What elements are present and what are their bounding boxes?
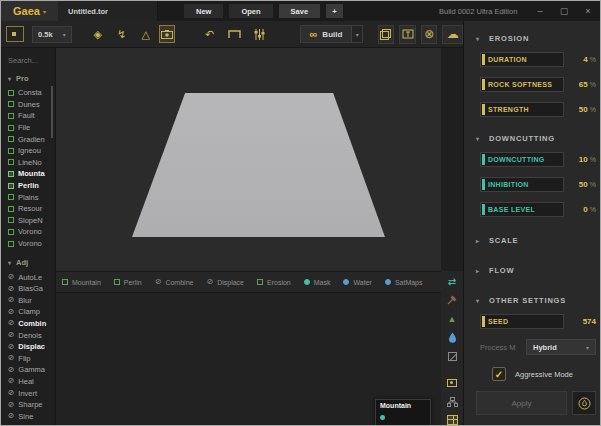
graph-chip-satmaps[interactable]: SatMaps (385, 279, 423, 286)
sidebar-item-fault[interactable]: Fault (1, 110, 55, 122)
sidebar-item-perlin[interactable]: Perlin (1, 180, 55, 192)
sidebar-item-heal[interactable]: ⊘Heal (1, 376, 55, 388)
clamp-icon[interactable] (226, 25, 244, 43)
tools-icon[interactable] (445, 294, 459, 308)
sidebar-item-autole[interactable]: ⊘AutoLe (1, 271, 55, 283)
focus-viewport-icon[interactable] (6, 26, 24, 42)
water-drop-icon[interactable] (445, 331, 459, 345)
viewport-3d[interactable] (56, 48, 441, 271)
graph-chip-combine[interactable]: ⊘Combine (155, 279, 194, 286)
sidebar-item-clamp[interactable]: ⊘Clamp (1, 306, 55, 318)
field-seed[interactable]: SEED574 (480, 314, 596, 329)
document-tab[interactable]: Untitled.tor (58, 1, 158, 21)
graph-node-mountain[interactable]: Mountain (375, 399, 431, 426)
slider-input[interactable]: STRENGTH (480, 102, 564, 117)
sidebar-group-header-pro[interactable]: ▾Pro (8, 74, 55, 83)
sidebar-item-invert[interactable]: ⊘Invert (1, 387, 55, 399)
slider-input[interactable]: SEED (480, 314, 564, 329)
graph-chip-water[interactable]: Water (343, 279, 371, 286)
search-input[interactable]: Search... (8, 56, 55, 65)
sidebar-item-lineno[interactable]: LineNo (1, 157, 55, 169)
geometry-icon[interactable] (445, 350, 459, 364)
slider-input[interactable]: DOWNCUTTING (480, 152, 564, 167)
section-header-other-settings[interactable]: ▾ OTHER SETTINGS (476, 296, 601, 305)
field-base-level[interactable]: BASE LEVEL0% (480, 202, 596, 217)
process-mode-dropdown[interactable]: Hybrid ▾ (526, 339, 596, 355)
toggle-3d-icon[interactable] (378, 25, 395, 44)
cloud-icon[interactable]: ☁ (442, 25, 462, 44)
graph-chip-mask[interactable]: Mask (304, 279, 331, 286)
maximize-button[interactable]: ▢ (552, 1, 576, 21)
build-button[interactable]: ∞ Build (300, 25, 353, 43)
circle-x-icon[interactable]: ⊗ (421, 25, 438, 44)
sidebar-item-plains[interactable]: Plains (1, 191, 55, 203)
equalizer-icon[interactable] (251, 25, 269, 43)
section-title: DOWNCUTTING (489, 134, 555, 143)
slider-input[interactable]: INHIBITION (480, 177, 564, 192)
field-duration[interactable]: DURATION4% (480, 52, 596, 67)
sidebar-item-slopen[interactable]: SlopeN (1, 215, 55, 227)
apply-button[interactable]: Apply (476, 391, 567, 415)
sidebar-item-sine[interactable]: ⊘Sine (1, 410, 55, 422)
pyramid-icon[interactable]: △ (137, 25, 155, 43)
terrain-icon[interactable]: ▲ (445, 312, 459, 326)
slider-input[interactable]: DURATION (480, 52, 564, 67)
sidebar-item-vorono[interactable]: Vorono (1, 238, 55, 250)
pin-droplet-button[interactable] (572, 391, 596, 415)
close-button[interactable]: × (576, 1, 600, 21)
sidebar-item-igneou[interactable]: Igneou (1, 145, 55, 157)
graph-nodes-icon[interactable] (445, 395, 459, 409)
sidebar-item-biasga[interactable]: ⊘BiasGa (1, 283, 55, 295)
save-button[interactable]: Save (279, 4, 321, 18)
gem-icon[interactable]: ◈ (89, 25, 107, 43)
node-output-port[interactable] (380, 415, 385, 420)
section-header-flow[interactable]: ▸ FLOW (476, 266, 601, 275)
open-button[interactable]: Open (229, 4, 272, 18)
slider-input[interactable]: ROCK SOFTNESS (480, 77, 564, 92)
minimize-button[interactable]: – (528, 1, 552, 21)
graph-chip-perlin[interactable]: Perlin (114, 279, 142, 286)
sidebar-item-file[interactable]: File (1, 122, 55, 134)
graph-chip-mountain[interactable]: Mountain (62, 279, 101, 286)
sidebar-item-resour[interactable]: Resour (1, 203, 55, 215)
sidebar-item-denois[interactable]: ⊘Denois (1, 329, 55, 341)
slider-input[interactable]: BASE LEVEL (480, 202, 564, 217)
section-header-scale[interactable]: ▸ SCALE (476, 236, 601, 245)
new-button[interactable]: New (184, 4, 223, 18)
sidebar-item-combin[interactable]: ⊘Combin (1, 318, 55, 330)
texture-icon[interactable] (445, 376, 459, 390)
section-header-downcutting[interactable]: ▾ DOWNCUTTING (476, 134, 601, 143)
sidebar-item-dunes[interactable]: Dunes (1, 99, 55, 111)
field-inhibition[interactable]: INHIBITION50% (480, 177, 596, 192)
add-tab-button[interactable]: + (326, 4, 342, 18)
build-options-dropdown[interactable]: ▾ (352, 25, 363, 43)
sidebar-item-blur[interactable]: ⊘Blur (1, 295, 55, 307)
camera-icon[interactable] (159, 25, 175, 43)
resolution-dropdown[interactable]: 0.5k ▾ (32, 26, 72, 43)
field-downcutting[interactable]: DOWNCUTTING10% (480, 152, 596, 167)
aggressive-mode-checkbox[interactable]: ✓ (492, 367, 506, 381)
lightning-icon[interactable]: ↯ (113, 25, 131, 43)
sidebar-item-gamma[interactable]: ⊘Gamma (1, 364, 55, 376)
transform-icon[interactable] (399, 25, 416, 44)
field-unit: % (590, 206, 596, 213)
sidebar-item-gradien[interactable]: Gradien (1, 133, 55, 145)
sidebar-item-vorono[interactable]: Vorono (1, 226, 55, 238)
swap-nodes-icon[interactable]: ⇄ (445, 275, 459, 289)
undo-icon[interactable]: ↶ (201, 25, 219, 43)
graph-chip-erosion[interactable]: Erosion (257, 279, 291, 286)
sidebar-item-displac[interactable]: ⊘Displac (1, 341, 55, 353)
field-rock-softness[interactable]: ROCK SOFTNESS65% (480, 77, 596, 92)
graph-chip-displace[interactable]: ⊘Displace (206, 279, 244, 286)
sidebar-item-sharpe[interactable]: ⊘Sharpe (1, 399, 55, 411)
section-header-erosion[interactable]: ▾ EROSION (476, 34, 601, 43)
layout-grid-icon[interactable] (445, 413, 459, 426)
field-strength[interactable]: STRENGTH50% (480, 102, 596, 117)
app-menu-button[interactable]: Gaea ▾ (1, 1, 58, 21)
sidebar-group-header-adj[interactable]: ▾Adj (8, 258, 55, 267)
sidebar-item-consta[interactable]: Consta (1, 87, 55, 99)
node-graph-area[interactable]: Mountain (56, 293, 441, 426)
sidebar-scrollbar[interactable] (51, 86, 53, 138)
sidebar-item-mounta[interactable]: Mounta (1, 168, 55, 180)
sidebar-item-flip[interactable]: ⊘Flip (1, 352, 55, 364)
